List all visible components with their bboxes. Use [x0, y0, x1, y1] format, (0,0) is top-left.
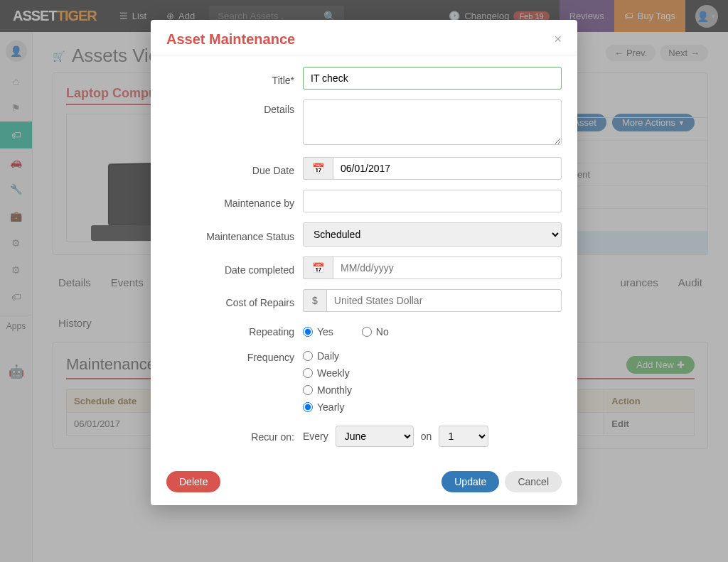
- frequency-weekly-radio[interactable]: Weekly: [303, 367, 562, 379]
- label-title: Title*: [166, 70, 294, 86]
- recur-every-label: Every: [303, 431, 328, 442]
- frequency-monthly-radio[interactable]: Monthly: [303, 384, 562, 396]
- calendar-icon[interactable]: 📅: [303, 256, 333, 279]
- label-details: Details: [166, 99, 294, 115]
- recur-on-label: on: [421, 431, 432, 442]
- date-completed-input[interactable]: [333, 256, 562, 279]
- recur-month-select[interactable]: June: [336, 426, 414, 447]
- label-due-date: Due Date: [166, 161, 294, 176]
- maintenance-status-select[interactable]: Scheduled: [303, 222, 562, 247]
- cancel-button[interactable]: Cancel: [505, 471, 562, 492]
- label-maintenance-status: Maintenance Status: [166, 227, 294, 242]
- label-recur-on: Recur on:: [166, 427, 294, 443]
- modal-title: Asset Maintenance: [166, 31, 295, 48]
- label-date-completed: Date completed: [166, 260, 294, 276]
- details-textarea[interactable]: [303, 99, 562, 145]
- due-date-input[interactable]: [333, 157, 562, 180]
- delete-button[interactable]: Delete: [166, 471, 220, 492]
- asset-maintenance-modal: Asset Maintenance × Title* Details Due D…: [151, 20, 577, 505]
- frequency-yearly-radio[interactable]: Yearly: [303, 401, 562, 413]
- repeating-no-radio[interactable]: No: [362, 326, 389, 337]
- maintenance-by-input[interactable]: [303, 190, 562, 212]
- title-input[interactable]: [303, 67, 562, 90]
- label-maintenance-by: Maintenance by: [166, 193, 294, 209]
- cost-input[interactable]: [326, 289, 562, 312]
- modal-overlay: Asset Maintenance × Title* Details Due D…: [0, 0, 728, 562]
- calendar-icon[interactable]: 📅: [303, 157, 333, 180]
- recur-day-select[interactable]: 1: [439, 426, 488, 447]
- update-button[interactable]: Update: [441, 471, 499, 492]
- close-icon[interactable]: ×: [554, 32, 562, 47]
- label-frequency: Frequency: [166, 347, 294, 363]
- repeating-yes-radio[interactable]: Yes: [303, 326, 333, 337]
- currency-symbol: $: [303, 289, 326, 312]
- label-repeating: Repeating: [166, 322, 294, 337]
- label-cost: Cost of Repairs: [166, 293, 294, 308]
- frequency-daily-radio[interactable]: Daily: [303, 350, 562, 362]
